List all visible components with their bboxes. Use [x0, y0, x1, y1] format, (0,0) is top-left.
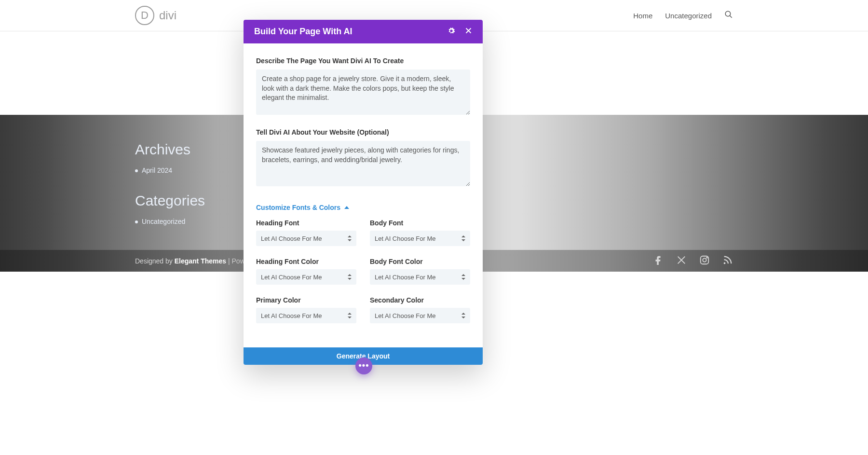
- footer-theme-link[interactable]: Elegant Themes: [175, 257, 226, 265]
- sort-arrows-icon: [461, 235, 465, 241]
- primary-color-label: Primary Color: [256, 296, 356, 304]
- facebook-icon[interactable]: [653, 255, 664, 267]
- footer-credits: Designed by Elegant Themes | Powere: [135, 257, 255, 265]
- fonts-colors-grid: Heading Font Let AI Choose For Me Body F…: [256, 219, 470, 329]
- x-icon[interactable]: [676, 255, 687, 267]
- body-font-value: Let AI Choose For Me: [375, 235, 435, 242]
- svg-point-5: [724, 262, 726, 264]
- secondary-color-value: Let AI Choose For Me: [375, 312, 435, 319]
- modal-header: Build Your Page With AI: [244, 20, 483, 43]
- body-font-select[interactable]: Let AI Choose For Me: [370, 231, 470, 246]
- gear-icon[interactable]: [448, 27, 455, 37]
- nav-right: Home Uncategorized: [633, 10, 733, 21]
- social-icons: [653, 255, 733, 267]
- close-icon[interactable]: [465, 27, 472, 36]
- footer-prefix: Designed by: [135, 257, 175, 265]
- primary-color-value: Let AI Choose For Me: [261, 312, 322, 319]
- svg-point-4: [706, 257, 707, 258]
- tell-label: Tell Divi AI About Your Website (Optiona…: [256, 128, 470, 136]
- more-fab-button[interactable]: •••: [355, 358, 372, 374]
- customize-toggle-label: Customize Fonts & Colors: [256, 204, 340, 211]
- describe-textarea[interactable]: [256, 69, 470, 115]
- svg-point-0: [725, 11, 731, 16]
- modal-title: Build Your Page With AI: [254, 27, 353, 37]
- heading-font-color-select[interactable]: Let AI Choose For Me: [256, 269, 356, 285]
- logo-letter: D: [141, 9, 149, 22]
- search-icon[interactable]: [724, 10, 733, 21]
- svg-line-1: [730, 15, 732, 18]
- heading-font-color-value: Let AI Choose For Me: [261, 274, 322, 281]
- rss-icon[interactable]: [722, 255, 733, 267]
- body-font-color-value: Let AI Choose For Me: [375, 274, 435, 281]
- logo-text: divi: [159, 9, 176, 22]
- sort-arrows-icon: [348, 235, 352, 241]
- primary-color-select[interactable]: Let AI Choose For Me: [256, 308, 356, 323]
- nav-link-home[interactable]: Home: [633, 12, 652, 20]
- body-font-color-select[interactable]: Let AI Choose For Me: [370, 269, 470, 285]
- body-font-color-label: Body Font Color: [370, 258, 470, 265]
- nav-link-uncategorized[interactable]: Uncategorized: [665, 12, 712, 20]
- logo-mark: D: [135, 6, 154, 25]
- svg-point-3: [703, 258, 706, 262]
- modal-body: Describe The Page You Want Divi AI To Cr…: [244, 43, 483, 337]
- heading-font-color-label: Heading Font Color: [256, 258, 356, 265]
- instagram-icon[interactable]: [699, 255, 710, 267]
- body-font-label: Body Font: [370, 219, 470, 227]
- secondary-color-label: Secondary Color: [370, 296, 470, 304]
- heading-font-value: Let AI Choose For Me: [261, 235, 322, 242]
- sort-arrows-icon: [348, 313, 352, 318]
- heading-font-label: Heading Font: [256, 219, 356, 227]
- heading-font-select[interactable]: Let AI Choose For Me: [256, 231, 356, 246]
- ai-build-modal: Build Your Page With AI Describe The Pag…: [244, 20, 483, 365]
- sort-arrows-icon: [348, 274, 352, 280]
- chevron-up-icon: [344, 206, 349, 209]
- secondary-color-select[interactable]: Let AI Choose For Me: [370, 308, 470, 323]
- customize-toggle[interactable]: Customize Fonts & Colors: [256, 204, 349, 211]
- sort-arrows-icon: [461, 274, 465, 280]
- sort-arrows-icon: [461, 313, 465, 318]
- site-logo[interactable]: D divi: [135, 6, 176, 25]
- describe-label: Describe The Page You Want Divi AI To Cr…: [256, 57, 470, 65]
- tell-textarea[interactable]: [256, 141, 470, 186]
